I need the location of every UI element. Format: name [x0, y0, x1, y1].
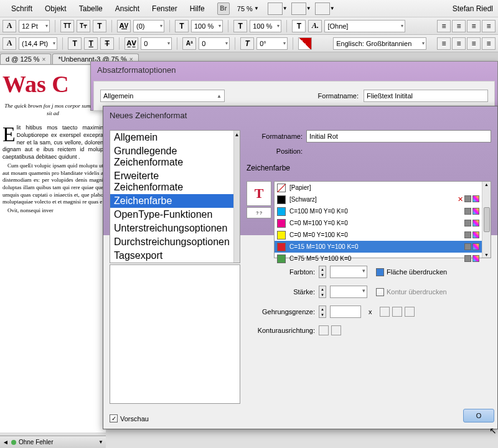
document-canvas[interactable]: Was C The quick brown fox j mos corpor s… [0, 65, 106, 432]
view-mode-2-icon[interactable] [291, 2, 306, 15]
join-bevel-icon[interactable] [405, 307, 415, 317]
justify-last-left-icon[interactable]: ≡ [437, 37, 451, 50]
dropdown-icon[interactable]: ▼ [330, 6, 335, 11]
baseline-icon[interactable]: T [233, 20, 247, 32]
subscript-icon[interactable]: T [68, 37, 82, 50]
menu-objekt[interactable]: Objekt [39, 4, 73, 13]
leading-icon[interactable]: A [2, 37, 16, 50]
scrollbar[interactable]: ▲ [233, 131, 240, 263]
skew-select[interactable]: 0° [256, 37, 288, 50]
kerning-icon[interactable]: A͟V [117, 20, 131, 32]
nav-prev-icon[interactable]: ◄ [2, 439, 9, 446]
swatch-row[interactable]: C=15 M=100 Y=100 K=0 [275, 241, 482, 253]
char-icon[interactable]: A [2, 20, 16, 32]
menu-hilfe[interactable]: Hilfe [184, 4, 211, 13]
view-mode-1-icon[interactable] [268, 2, 283, 15]
baseline-shift-icon[interactable]: Aª [182, 37, 196, 50]
stroke-align-inside-icon[interactable] [331, 325, 341, 335]
align-right-icon[interactable]: ≡ [467, 20, 481, 32]
join-round-icon[interactable] [392, 307, 402, 317]
category-select[interactable]: Allgemein [100, 90, 225, 102]
join-miter-icon[interactable] [380, 307, 390, 317]
tracking-icon[interactable]: A̲V̲ [125, 37, 138, 50]
sidebar-item-advanced[interactable]: Erweiterte Zeichenformate [110, 169, 233, 194]
justify-all-icon[interactable]: ≡ [482, 37, 496, 50]
menu-schrift[interactable]: Schrift [5, 4, 39, 13]
align-center-icon[interactable]: ≡ [452, 20, 466, 32]
dropdown-icon[interactable]: ▼ [306, 6, 311, 11]
stroke-select[interactable] [330, 286, 367, 298]
ok-button[interactable]: O [463, 409, 494, 422]
category-list[interactable]: Allgemein Grundlegende Zeichenformate Er… [110, 131, 233, 263]
char-style-select[interactable]: [Ohne] [324, 20, 405, 32]
stroke-align-center-icon[interactable] [319, 325, 329, 335]
menu-ansicht[interactable]: Ansicht [109, 4, 146, 13]
overprint-stroke-checkbox[interactable]: Kontur überdrucken [376, 288, 447, 296]
language-select[interactable]: Englisch: Großbritannien [333, 37, 426, 50]
justify-last-center-icon[interactable]: ≡ [452, 37, 466, 50]
scroll-up-icon[interactable]: ▲ [484, 182, 489, 187]
strike-icon[interactable]: T [100, 37, 114, 50]
swatch-row[interactable]: C=75 M=5 Y=100 K=0 [275, 253, 482, 264]
sidebar-item-underline[interactable]: Unterstreichungsoptionen [110, 222, 233, 235]
overprint-fill-checkbox[interactable]: Fläche überdrucken [376, 268, 447, 276]
formatname-input[interactable] [364, 90, 488, 102]
fill-stroke-sub[interactable]: ? ? [247, 207, 271, 218]
formatname-input[interactable] [306, 130, 491, 142]
tt-caps-icon[interactable]: TT [60, 20, 74, 32]
superscript-icon[interactable]: T [93, 20, 106, 32]
sidebar-item-tags[interactable]: Tagsexport [110, 249, 233, 263]
tracking-select[interactable]: 0 [141, 37, 172, 50]
swatch-row[interactable]: [Papier] [275, 182, 482, 194]
fill-T-icon[interactable]: T [292, 20, 306, 32]
fill-stroke-proxy[interactable]: T [247, 181, 271, 206]
zoom-dropdown-icon[interactable]: ▼ [254, 6, 259, 11]
zoom-level[interactable]: 75 % [237, 5, 253, 12]
font-size-select[interactable]: 12 Pt [19, 20, 50, 32]
skew-icon[interactable]: T [240, 37, 254, 50]
dropdown-icon[interactable]: ▼ [98, 439, 103, 445]
vscale-select[interactable]: 100 % [191, 20, 223, 32]
type-icon [464, 195, 471, 202]
kerning-select[interactable]: (0) [133, 20, 164, 32]
swatch-list[interactable]: [Papier] [Schwarz] ✕ [274, 181, 491, 258]
formatname-label: Formatname: [318, 92, 359, 100]
underline-icon[interactable]: T [84, 37, 98, 50]
tint-select[interactable] [330, 266, 367, 278]
miter-input[interactable] [330, 306, 361, 318]
fill-swatch-icon[interactable] [298, 37, 312, 50]
align-left-icon[interactable]: ≡ [437, 20, 451, 32]
menu-tabelle[interactable]: Tabelle [73, 4, 109, 13]
preview-checkbox[interactable]: ✓ Vorschau [110, 414, 149, 422]
align-justify-icon[interactable]: ≡ [482, 20, 496, 32]
miter-spinner[interactable]: ▲▼ [319, 306, 326, 318]
stroke-spinner[interactable]: ▲▼ [319, 286, 326, 298]
justify-last-right-icon[interactable]: ≡ [467, 37, 481, 50]
scroll-thumb[interactable] [484, 207, 490, 232]
sidebar-item-basic[interactable]: Grundlegende Zeichenformate [110, 144, 233, 169]
swatch-row[interactable]: C=0 M=100 Y=0 K=0 [275, 217, 482, 229]
sidebar-item-opentype[interactable]: OpenType-Funktionen [110, 208, 233, 222]
sidebar-item-color[interactable]: Zeichenfarbe [110, 194, 233, 208]
leading-select[interactable]: (14,4 Pt) [19, 37, 57, 50]
swatch-row[interactable]: C=0 M=0 Y=100 K=0 [275, 229, 482, 241]
baseline-shift-select[interactable]: 0 [199, 37, 230, 50]
sidebar-item-strike[interactable]: Durchstreichungsoptionen [110, 235, 233, 249]
vscale-icon[interactable]: T [175, 20, 189, 32]
swatch-row[interactable]: [Schwarz] ✕ [275, 194, 482, 205]
char-style-icon[interactable]: A. [308, 20, 322, 32]
swatch-row[interactable]: C=100 M=0 Y=0 K=0 [275, 205, 482, 217]
dropdown-icon[interactable]: ▼ [283, 6, 288, 11]
scroll-down-icon[interactable]: ▼ [484, 253, 489, 257]
small-caps-icon[interactable]: Tᴛ [77, 20, 90, 32]
tab[interactable]: d @ 125 % × [0, 54, 51, 64]
scrollbar[interactable]: ▲ ▼ [482, 182, 491, 258]
tint-spinner[interactable]: ▲▼ [319, 266, 326, 278]
menu-fenster[interactable]: Fenster [146, 4, 184, 13]
close-icon[interactable]: × [42, 56, 46, 63]
sidebar-item-allgemein[interactable]: Allgemein [110, 131, 233, 144]
bridge-icon[interactable]: Br [217, 2, 230, 15]
swatch-icon [277, 184, 286, 192]
hscale-select[interactable]: 100 % [250, 20, 281, 32]
view-mode-3-icon[interactable] [315, 2, 330, 15]
